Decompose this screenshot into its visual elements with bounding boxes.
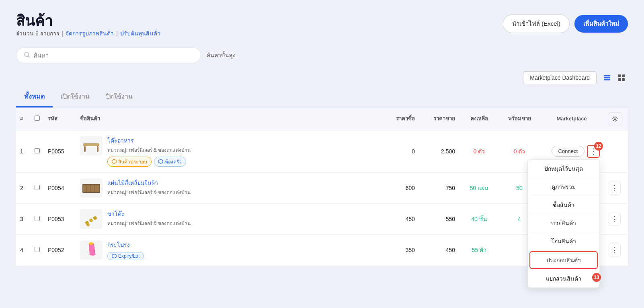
- svg-rect-6: [622, 74, 625, 77]
- row-name-cell: กระโปรง Expiry/Lot: [76, 234, 379, 266]
- row-checkbox[interactable]: [35, 185, 40, 190]
- import-button[interactable]: นำเข้าไฟล์ (Excel): [503, 14, 570, 33]
- svg-rect-8: [622, 78, 625, 81]
- product-image: [80, 136, 103, 155]
- tab-open[interactable]: เปิดใช้งาน: [53, 87, 98, 107]
- product-table: # รหัส ชื่อสินค้า ราคาซื้อ ราคาขาย คงเหล…: [16, 107, 628, 266]
- row-num: 1: [16, 130, 31, 172]
- menu-split[interactable]: แยกส่วนสินค้า: [528, 270, 599, 287]
- row-stock: 55 ตัว: [459, 234, 499, 266]
- subheader: จำนวน 6 รายการ | จัดการรูปภาพสินค้า | ปร…: [16, 29, 160, 38]
- svg-rect-11: [84, 146, 86, 152]
- product-name-link[interactable]: กระโปรง: [107, 240, 144, 249]
- grid-view-button[interactable]: [615, 72, 628, 83]
- tabs-row: ทั้งหมด เปิดใช้งาน ปิดใช้งาน: [16, 87, 628, 107]
- tab-all[interactable]: ทั้งหมด: [16, 87, 53, 107]
- ready-link[interactable]: 0 ตัว: [514, 148, 525, 155]
- row-check: [31, 203, 44, 234]
- row-check: [31, 172, 44, 203]
- row-price: 750: [419, 172, 459, 203]
- product-details: โต๊ะอาหาร หมวดหมู่: เฟอร์นิเจอร์ & ของตก…: [107, 136, 191, 167]
- more-cell: ⋮ 12 ปักหมุดไว้บนสุด ดูภาพรวม ซื้อสินค้า…: [587, 145, 600, 158]
- select-all-checkbox[interactable]: [35, 116, 40, 121]
- tab-closed[interactable]: ปิดใช้งาน: [98, 87, 141, 107]
- more-options-button[interactable]: ⋮: [608, 244, 621, 256]
- svg-rect-3: [604, 77, 610, 79]
- row-checkbox[interactable]: [35, 216, 40, 221]
- search-row: ค้นหาขั้นสูง: [16, 48, 628, 63]
- col-header-ready: พร้อมขาย: [499, 107, 539, 130]
- row-code: P0052: [44, 234, 76, 266]
- list-view-button[interactable]: [601, 72, 613, 83]
- row-name-cell: แผ่นไม้สี่เหลี่ยมผืนผ้า หมวดหมู่: เฟอร์น…: [76, 172, 379, 203]
- adjust-cost-link[interactable]: ปรับต้นทุนสินค้า: [120, 29, 160, 38]
- marketplace-actions: Connect ⋮ 12 ปักหมุดไว้บนสุด ดูภาพรวม: [544, 145, 600, 158]
- tag-bundle[interactable]: สินค้าประกอบ: [107, 157, 152, 167]
- col-header-num: #: [16, 107, 31, 130]
- svg-rect-10: [83, 143, 99, 146]
- product-name-link[interactable]: โต๊ะอาหาร: [107, 136, 191, 145]
- row-action: ⋮: [604, 172, 628, 203]
- svg-rect-20: [93, 216, 97, 220]
- col-header-stock: คงเหลือ: [459, 107, 499, 130]
- stock-link[interactable]: 40 ชิ้น: [471, 216, 487, 222]
- product-tags: Expiry/Lot: [107, 252, 144, 260]
- more-options-button[interactable]: ⋮ 12: [587, 145, 600, 158]
- page-title: สินค้า: [16, 13, 160, 29]
- menu-buy[interactable]: ซื้อสินค้า: [528, 196, 599, 214]
- search-box: [16, 48, 201, 63]
- search-input[interactable]: [33, 52, 193, 59]
- marketplace-dashboard-button[interactable]: Marketplace Dashboard: [523, 71, 597, 84]
- stock-link[interactable]: 0 ตัว: [474, 148, 485, 155]
- advanced-search-link[interactable]: ค้นหาขั้นสูง: [207, 51, 236, 60]
- product-details: ขาโต๊ะ หมวดหมู่: เฟอร์นิเจอร์ & ของตกแต่…: [107, 209, 191, 227]
- menu-transfer[interactable]: โอนสินค้า: [528, 232, 599, 250]
- row-cost: 600: [379, 172, 419, 203]
- col-header-cost: ราคาซื้อ: [379, 107, 419, 130]
- add-product-button[interactable]: เพิ่มสินค้าใหม่: [574, 15, 628, 33]
- product-name-link[interactable]: แผ่นไม้สี่เหลี่ยมผืนผ้า: [107, 178, 191, 187]
- view-toggle: [601, 72, 628, 83]
- product-details: แผ่นไม้สี่เหลี่ยมผืนผ้า หมวดหมู่: เฟอร์น…: [107, 178, 191, 196]
- col-header-marketplace: Marketplace: [539, 107, 604, 130]
- ready-link[interactable]: 50: [516, 185, 523, 191]
- row-name-cell: ขาโต๊ะ หมวดหมู่: เฟอร์นิเจอร์ & ของตกแต่…: [76, 203, 379, 234]
- menu-sell[interactable]: ขายสินค้า: [528, 214, 599, 232]
- menu-pin[interactable]: ปักหมุดไว้บนสุด: [528, 160, 599, 178]
- row-checkbox[interactable]: [35, 148, 40, 153]
- product-category: หมวดหมู่: เฟอร์นิเจอร์ & ของตกแต่งบ้าน: [107, 188, 191, 196]
- menu-overview[interactable]: ดูภาพรวม: [528, 178, 599, 196]
- row-code: P0055: [44, 130, 76, 172]
- row-cost: 350: [379, 234, 419, 266]
- manage-images-link[interactable]: จัดการรูปภาพสินค้า: [66, 29, 114, 38]
- toolbar-row: Marketplace Dashboard: [16, 71, 628, 84]
- more-options-button[interactable]: ⋮: [608, 182, 621, 194]
- row-code: P0054: [44, 172, 76, 203]
- stock-link[interactable]: 55 ตัว: [472, 247, 486, 253]
- row-num: 3: [16, 203, 31, 234]
- svg-rect-4: [604, 79, 610, 81]
- row-marketplace: Connect ⋮ 12 ปักหมุดไว้บนสุด ดูภาพรวม: [539, 130, 604, 172]
- badge-13: 13: [592, 273, 601, 282]
- row-stock: 40 ชิ้น: [459, 203, 499, 234]
- tag-kitchen[interactable]: ห้องครัว: [154, 157, 186, 167]
- tag-expiry[interactable]: Expiry/Lot: [107, 252, 144, 260]
- row-num: 2: [16, 172, 31, 203]
- col-header-price: ราคาขาย: [419, 107, 459, 130]
- row-price: 450: [419, 234, 459, 266]
- product-tags: สินค้าประกอบ ห้องครัว: [107, 157, 191, 167]
- ready-link[interactable]: 4: [518, 216, 521, 222]
- menu-bundle[interactable]: ประกอบสินค้า 13: [529, 251, 598, 269]
- product-name-link[interactable]: ขาโต๊ะ: [107, 209, 191, 218]
- stock-link[interactable]: 50 แผ่น: [470, 185, 488, 191]
- svg-line-1: [28, 56, 30, 57]
- row-check: [31, 234, 44, 266]
- column-settings-button[interactable]: [608, 112, 622, 125]
- more-options-button[interactable]: ⋮: [608, 213, 621, 225]
- col-header-check: [31, 107, 44, 130]
- row-action: ⋮: [604, 203, 628, 234]
- product-image: [80, 209, 103, 229]
- row-price: 550: [419, 203, 459, 234]
- connect-button[interactable]: Connect: [552, 146, 585, 157]
- row-checkbox[interactable]: [35, 247, 40, 252]
